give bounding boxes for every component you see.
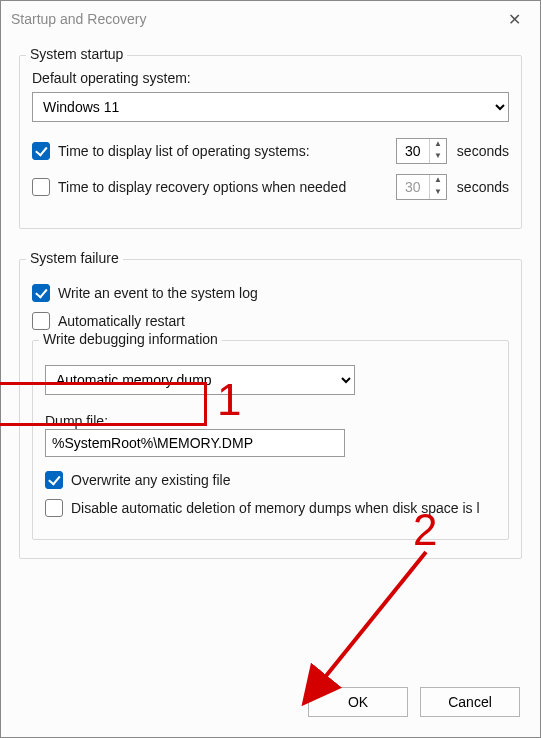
display-os-list-seconds-spinner[interactable]: ▲ ▼ (396, 138, 447, 164)
display-os-list-checkbox[interactable] (32, 142, 50, 160)
startup-recovery-dialog: Startup and Recovery ✕ System startup De… (0, 0, 541, 738)
system-startup-group: System startup Default operating system:… (19, 55, 522, 229)
overwrite-label: Overwrite any existing file (71, 472, 231, 488)
chevron-down-icon[interactable]: ▼ (430, 151, 446, 163)
disable-deletion-label: Disable automatic deletion of memory dum… (71, 500, 480, 516)
ok-button[interactable]: OK (308, 687, 408, 717)
close-icon[interactable]: ✕ (498, 10, 530, 29)
window-title: Startup and Recovery (11, 11, 498, 27)
system-startup-legend: System startup (26, 46, 127, 62)
system-failure-group: System failure Write an event to the sys… (19, 259, 522, 559)
titlebar: Startup and Recovery ✕ (1, 1, 540, 37)
display-os-list-seconds-input[interactable] (397, 139, 429, 163)
write-debugging-subgroup: Write debugging information Automatic me… (32, 340, 509, 540)
debug-info-select[interactable]: Automatic memory dump (45, 365, 355, 395)
auto-restart-label: Automatically restart (58, 313, 185, 329)
dump-file-label: Dump file: (45, 413, 496, 429)
chevron-up-icon[interactable]: ▲ (430, 139, 446, 151)
dialog-buttons: OK Cancel (1, 673, 540, 737)
display-os-list-label: Time to display list of operating system… (58, 143, 310, 159)
spinner-buttons[interactable]: ▲ ▼ (429, 139, 446, 163)
write-debugging-legend: Write debugging information (39, 331, 222, 347)
chevron-down-icon[interactable]: ▼ (430, 187, 446, 199)
system-failure-legend: System failure (26, 250, 123, 266)
write-event-checkbox[interactable] (32, 284, 50, 302)
display-recovery-checkbox[interactable] (32, 178, 50, 196)
display-recovery-seconds-input (397, 175, 429, 199)
disable-deletion-checkbox[interactable] (45, 499, 63, 517)
cancel-button[interactable]: Cancel (420, 687, 520, 717)
auto-restart-checkbox[interactable] (32, 312, 50, 330)
default-os-select[interactable]: Windows 11 (32, 92, 509, 122)
default-os-label: Default operating system: (32, 70, 509, 86)
seconds-unit: seconds (457, 179, 509, 195)
dialog-content: System startup Default operating system:… (1, 37, 540, 673)
dump-file-input[interactable] (45, 429, 345, 457)
display-recovery-seconds-spinner[interactable]: ▲ ▼ (396, 174, 447, 200)
chevron-up-icon[interactable]: ▲ (430, 175, 446, 187)
write-event-label: Write an event to the system log (58, 285, 258, 301)
seconds-unit: seconds (457, 143, 509, 159)
overwrite-checkbox[interactable] (45, 471, 63, 489)
display-recovery-label: Time to display recovery options when ne… (58, 179, 346, 195)
spinner-buttons[interactable]: ▲ ▼ (429, 175, 446, 199)
